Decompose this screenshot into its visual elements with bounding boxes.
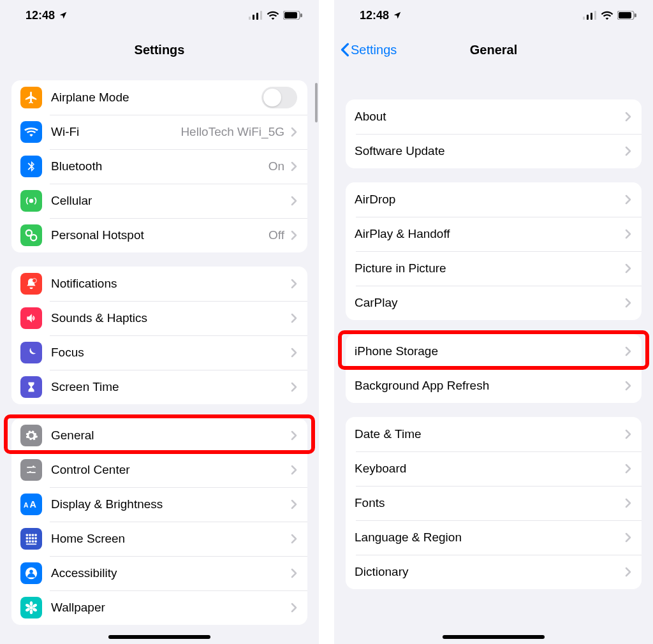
row-label: Wi-Fi <box>51 125 180 139</box>
row-airplane[interactable]: Airplane Mode <box>11 80 307 115</box>
flower-icon <box>20 597 42 618</box>
svg-rect-12 <box>26 534 28 536</box>
status-bar: 12:48 <box>334 0 653 31</box>
row-display[interactable]: AADisplay & Brightness <box>11 487 307 522</box>
cellular-icon <box>20 190 42 212</box>
row-label: Dictionary <box>355 565 625 579</box>
svg-rect-0 <box>249 17 251 20</box>
row-value: Off <box>268 228 284 242</box>
wifi-icon <box>601 11 613 20</box>
chevron-right-icon <box>625 464 631 474</box>
chevron-right-icon <box>625 429 631 439</box>
page-title: Settings <box>135 43 185 57</box>
location-icon <box>393 11 402 20</box>
row-about[interactable]: About <box>346 99 642 134</box>
cellular-signal-icon <box>583 11 597 20</box>
settings-group: AirDropAirPlay & HandoffPicture in Pictu… <box>346 182 642 320</box>
home-indicator[interactable] <box>108 635 210 639</box>
svg-rect-40 <box>635 13 636 17</box>
back-label: Settings <box>351 43 397 57</box>
page-title: General <box>470 43 517 57</box>
settings-group: AboutSoftware Update <box>346 99 642 168</box>
row-label: AirDrop <box>355 193 625 207</box>
row-label: Picture in Picture <box>355 261 625 275</box>
chevron-left-icon <box>341 43 349 57</box>
row-control[interactable]: Control Center <box>11 453 307 487</box>
svg-rect-18 <box>32 538 34 539</box>
moon-icon <box>20 342 42 363</box>
row-wifi[interactable]: Wi-FiHelloTech WiFi_5G <box>11 115 307 149</box>
chevron-right-icon <box>625 146 631 156</box>
chevron-right-icon <box>625 346 631 356</box>
home-indicator[interactable] <box>443 635 545 639</box>
row-accessibility[interactable]: Accessibility <box>11 556 307 590</box>
svg-point-31 <box>30 610 33 614</box>
row-label: Software Update <box>355 144 625 158</box>
row-storage[interactable]: iPhone Storage <box>346 334 642 369</box>
row-datetime[interactable]: Date & Time <box>346 417 642 451</box>
row-bluetooth[interactable]: BluetoothOn <box>11 149 307 184</box>
row-dict[interactable]: Dictionary <box>346 555 642 589</box>
svg-point-9 <box>33 279 37 283</box>
svg-rect-6 <box>300 13 302 17</box>
chevron-right-icon <box>291 430 297 441</box>
svg-point-27 <box>29 606 33 610</box>
row-label: Accessibility <box>51 566 291 580</box>
chevron-right-icon <box>291 499 297 509</box>
svg-rect-13 <box>29 534 31 536</box>
battery-icon <box>283 11 302 20</box>
chevron-right-icon <box>291 161 297 172</box>
row-pip[interactable]: Picture in Picture <box>346 251 642 286</box>
row-carplay[interactable]: CarPlay <box>346 286 642 320</box>
gear-icon <box>20 425 42 446</box>
svg-rect-20 <box>26 541 28 543</box>
row-label: About <box>355 110 625 124</box>
chevron-right-icon <box>291 230 297 240</box>
svg-point-28 <box>30 601 33 606</box>
chevron-right-icon <box>625 194 631 205</box>
airplane-icon <box>20 87 42 108</box>
scroll-indicator[interactable] <box>315 83 318 122</box>
row-general[interactable]: General <box>11 418 307 453</box>
svg-rect-16 <box>26 538 28 539</box>
grid-icon <box>20 528 42 550</box>
back-button[interactable]: Settings <box>341 31 397 69</box>
status-time: 12:48 <box>360 9 389 22</box>
row-label: Home Screen <box>51 532 291 546</box>
speaker-icon <box>20 307 42 329</box>
row-refresh[interactable]: Background App Refresh <box>346 369 642 403</box>
row-label: Language & Region <box>355 531 625 545</box>
chevron-right-icon <box>625 498 631 508</box>
chevron-right-icon <box>291 279 297 289</box>
row-hotspot[interactable]: Personal HotspotOff <box>11 218 307 252</box>
row-label: Personal Hotspot <box>51 228 268 242</box>
aa-icon: AA <box>20 494 42 515</box>
row-cellular[interactable]: Cellular <box>11 184 307 218</box>
svg-rect-34 <box>583 17 585 20</box>
svg-rect-24 <box>26 544 37 545</box>
svg-rect-5 <box>284 12 297 18</box>
row-wallpaper[interactable]: Wallpaper <box>11 590 307 625</box>
row-airdrop[interactable]: AirDrop <box>346 182 642 217</box>
row-language[interactable]: Language & Region <box>346 520 642 555</box>
row-homescreen[interactable]: Home Screen <box>11 522 307 556</box>
chevron-right-icon <box>291 127 297 137</box>
row-sounds[interactable]: Sounds & Haptics <box>11 301 307 335</box>
svg-rect-36 <box>591 13 592 20</box>
row-screentime[interactable]: Screen Time <box>11 370 307 404</box>
row-swupdate[interactable]: Software Update <box>346 134 642 168</box>
row-notifications[interactable]: Notifications <box>11 267 307 301</box>
cellular-signal-icon <box>249 11 263 20</box>
row-airplay[interactable]: AirPlay & Handoff <box>346 217 642 251</box>
row-focus[interactable]: Focus <box>11 335 307 370</box>
settings-group: GeneralControl CenterAADisplay & Brightn… <box>11 418 307 625</box>
row-fonts[interactable]: Fonts <box>346 486 642 520</box>
svg-point-8 <box>31 235 36 240</box>
svg-rect-21 <box>29 541 31 543</box>
row-keyboard[interactable]: Keyboard <box>346 451 642 486</box>
svg-rect-17 <box>29 538 31 539</box>
airplane-toggle[interactable] <box>261 87 297 108</box>
svg-text:A: A <box>24 502 29 509</box>
row-label: Cellular <box>51 194 291 208</box>
row-value: HelloTech WiFi_5G <box>180 125 284 139</box>
